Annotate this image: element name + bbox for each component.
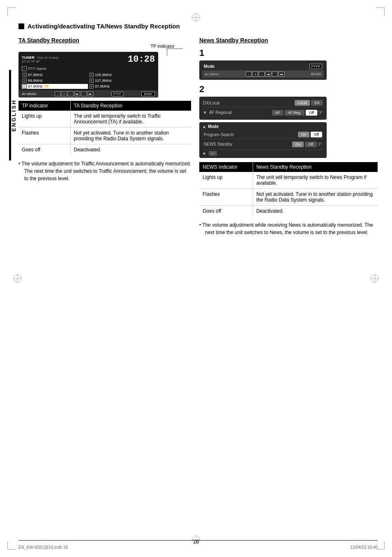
dx-row-1: DX/Local Local DX [202, 99, 324, 107]
tuner-brand-label: TUNER [22, 56, 35, 60]
ta-row1-col2: The unit will temporarily switch to Traf… [70, 111, 191, 128]
st-freq-4: 105.9MHz [95, 73, 112, 77]
corner-mark-tr [376, 7, 385, 16]
tuner-left-info: TUNER FM1 87.9 MHz ST DI TP AF [22, 56, 58, 63]
sidebar-language-label: ENGLISH [11, 99, 17, 132]
section-title-box [18, 23, 24, 29]
nav-next-track[interactable]: ⏭ [88, 91, 93, 96]
av-menu-label-1: AV MENU [205, 72, 219, 76]
news-row2-col2: Not yet activated. Tune in to another st… [253, 189, 378, 206]
left-subtitle: TA Standby Reception [18, 37, 191, 44]
ta-row1-col1: Lights up [18, 111, 70, 128]
mode1-nav-left[interactable]: ‹ [246, 72, 251, 77]
st-icon-5: 5 [90, 79, 94, 83]
tuner-fm-label: FM1 87.9 MHz [37, 56, 58, 60]
mode2-news-row: NEWS Standby On Off ☞ [202, 139, 324, 150]
mode2-program-row: Program Search On Off [202, 130, 324, 139]
st-freq-3: 97.9MHz [28, 84, 43, 88]
nav-mode[interactable]: ⋯ [81, 91, 87, 96]
hand-cursor-dx: ☞ [317, 109, 323, 116]
tuner-top-row: TUNER FM1 87.9 MHz ST DI TP AF 10:28 [22, 54, 155, 65]
tuner-brand: TUNER FM1 87.9 MHz [22, 56, 58, 60]
dx-opt-off: Off [306, 110, 317, 116]
tuner-stations: 1 87.9MHz 4 105.9MHz 2 89.9MHz 5 107.9MH… [22, 72, 155, 89]
pty-badge-bottom: PTY® [111, 92, 123, 96]
dx-label-1: DX/Local [203, 101, 293, 105]
bottom-date-info: 12/04/23 16:40 [350, 545, 378, 550]
st-icon-6: 6 [90, 84, 94, 88]
nav-prev-track[interactable]: ⏮ [74, 91, 80, 96]
main-content: Activating/deactivating TA/News Standby … [18, 23, 378, 532]
corner-mark-bl [7, 541, 16, 550]
mode1-nav-mode[interactable]: ⋯ [272, 72, 278, 77]
ta-row3-col2: Deactivated. [70, 144, 191, 155]
nav-controls: ‹ ≡ › ⏮ ⋯ ⏭ [55, 91, 93, 96]
station-2: 2 89.9MHz [22, 78, 88, 83]
av-menu-label-tuner: AV MENU [22, 92, 37, 96]
program-off-btn[interactable]: Off [311, 132, 322, 137]
dx-row-2: ▼ AF Regional AF AF Reg. Off ☞ [202, 107, 324, 118]
left-column: TA Standby Reception TP indicator TUNER … [18, 37, 191, 241]
back-button[interactable]: ↩ [209, 151, 217, 156]
mode2-down-arrow: ▼ [202, 151, 206, 156]
ta-note: • The volume adjustment for Traffic Anno… [18, 160, 191, 182]
mode-label-1: Mode [204, 64, 214, 69]
tp-indicator-line [167, 49, 167, 56]
two-col-layout: TA Standby Reception TP indicator TUNER … [18, 37, 378, 241]
pty-sm-1: PTY® [309, 64, 322, 69]
section-title-text: Activating/deactivating TA/News Standby … [28, 23, 180, 30]
step-2-number: 2 [199, 84, 378, 95]
dx-opt-dx: DX [311, 100, 323, 106]
nav-right[interactable]: › [68, 91, 74, 96]
tuner-display: TUNER FM1 87.9 MHz ST DI TP AF 10:28 ▷ P… [18, 52, 158, 97]
bottom-file-info: EN_KW-NSX1[EU].indb 16 [18, 545, 68, 550]
ta-table-header-1: TP indicator [18, 101, 70, 111]
nav-list[interactable]: ≡ [61, 91, 67, 96]
ta-table-header-2: TA Standby Reception [70, 101, 191, 111]
mode2-up-arrow: ▲ [202, 124, 206, 129]
nav-left[interactable]: ‹ [55, 91, 60, 96]
mode2-footer: ▼ ↩ [202, 150, 324, 156]
st-freq-2: 89.9MHz [28, 79, 43, 83]
st-freq-6: 87.9MHz [95, 84, 110, 88]
ta-row2-col2: Not yet activated. Tune in to another st… [70, 128, 191, 144]
st-freq-1: 87.9MHz [28, 73, 43, 77]
mode1-nav-next[interactable]: ⏭ [279, 72, 284, 77]
mode1-nav-list[interactable]: ≡ [252, 72, 258, 77]
station-6: 6 87.9MHz [89, 84, 155, 89]
av-menu-bar-1: AV MENU ‹ ≡ › ⏮ ⋯ ⏭ BAND [202, 70, 324, 78]
tp-indicator-horiz [166, 49, 183, 49]
section-title-row: Activating/deactivating TA/News Standby … [18, 23, 378, 30]
tp-indicator-label: TP indicator [151, 44, 175, 49]
news-row3-col1: Goes off [199, 206, 253, 217]
news-on-btn[interactable]: On [292, 142, 304, 147]
program-on-btn[interactable]: On [298, 132, 309, 137]
right-subtitle: News Standby Reception [199, 37, 378, 44]
news-off-btn[interactable]: Off [305, 142, 316, 147]
band-label-mode1: BAND [311, 72, 321, 76]
mode-screen-1: Mode PTY® AV MENU ‹ ≡ › ⏮ ⋯ ⏭ BAND [199, 60, 327, 80]
table-row: Flashes Not yet activated. Tune in to an… [18, 128, 191, 144]
news-row1-col1: Lights up [199, 172, 253, 189]
mode1-nav-prev[interactable]: ⏮ [265, 72, 271, 77]
st-icon-4: 4 [90, 73, 94, 77]
nav-controls-mode1: ‹ ≡ › ⏮ ⋯ ⏭ [246, 72, 284, 77]
news-row1-col2: The unit will temporarily switch to News… [253, 172, 378, 189]
corner-mark-tl [7, 7, 16, 16]
st-icon-1: 1 [23, 73, 27, 77]
station-1: 1 87.9MHz [22, 72, 88, 77]
mode-screen-2: ▲ Mode Program Search On Off NEWS Standb… [199, 122, 327, 158]
station-3: 3 97.9MHz TP [22, 84, 88, 89]
crosshair-top [192, 13, 200, 21]
st-freq-5: 107.9MHz [95, 79, 112, 83]
news-row2-col1: Flashes [199, 189, 253, 206]
news-note: • The volume adjustment while receiving … [199, 221, 378, 236]
mode1-nav-right[interactable]: › [259, 72, 265, 77]
dx-arrow: ▼ [203, 110, 207, 115]
right-column: News Standby Reception 1 Mode PTY® AV ME… [199, 37, 378, 241]
st-icon-2: 2 [23, 79, 27, 83]
tp-badge: TP [44, 84, 49, 88]
tuner-pty-name: PTY Name [28, 67, 46, 71]
station-4: 4 105.9MHz [89, 72, 155, 77]
news-table-header-2: News Standby Reception [253, 162, 378, 172]
